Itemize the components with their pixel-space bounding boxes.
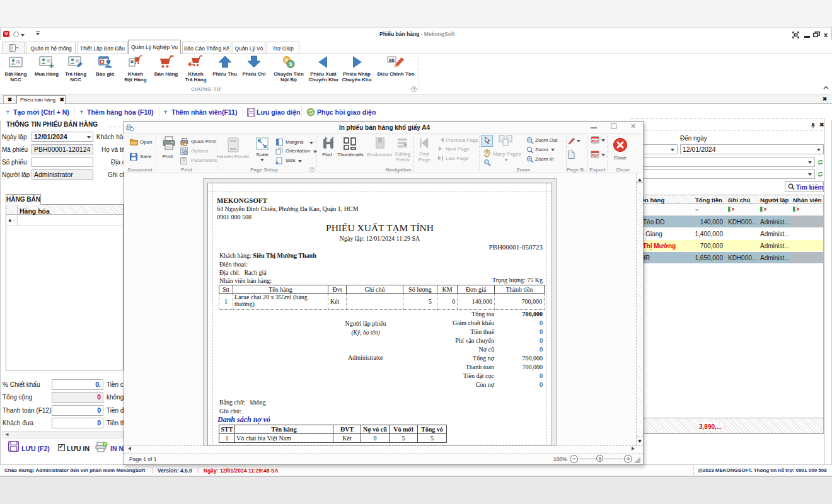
svg-text:PDF: PDF (592, 139, 599, 143)
svg-text:PDF: PDF (592, 154, 599, 158)
svg-text:ab: ab (389, 57, 395, 63)
svg-text:?: ? (183, 159, 185, 164)
svg-text:$: $ (289, 61, 292, 67)
svg-text:?: ? (104, 442, 107, 447)
